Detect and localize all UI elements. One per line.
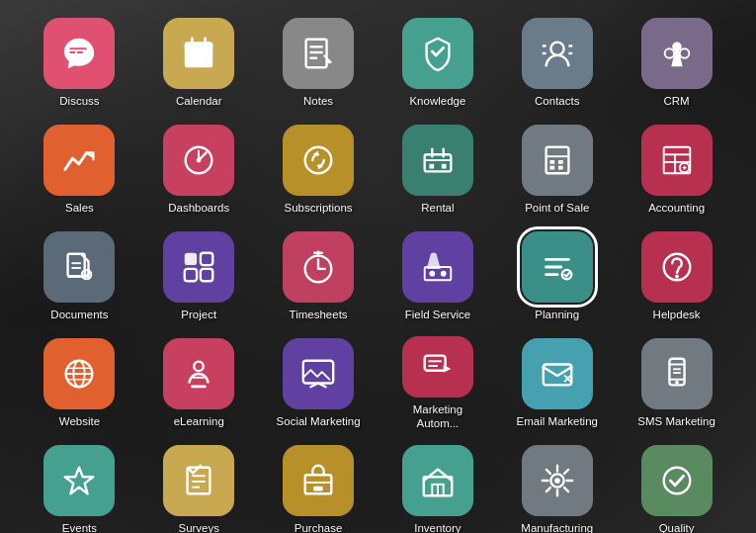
svg-marker-86 bbox=[65, 468, 94, 494]
app-icon-quality bbox=[641, 445, 713, 516]
app-icon-sms-marketing bbox=[641, 338, 713, 409]
app-item-knowledge[interactable]: Knowledge bbox=[378, 10, 498, 117]
svg-rect-26 bbox=[425, 154, 452, 171]
app-icon-calendar bbox=[163, 18, 234, 89]
svg-rect-51 bbox=[185, 269, 197, 281]
app-label-crm: CRM bbox=[663, 95, 689, 109]
app-item-point-of-sale[interactable]: Point of Sale bbox=[497, 117, 617, 223]
app-item-manufacturing[interactable]: Manufacturing bbox=[497, 437, 617, 533]
app-label-sales: Sales bbox=[65, 202, 94, 216]
app-label-contacts: Contacts bbox=[535, 95, 579, 109]
svg-rect-6 bbox=[204, 55, 209, 60]
app-item-contacts[interactable]: Contacts bbox=[497, 10, 617, 117]
app-label-project: Project bbox=[181, 309, 216, 322]
app-label-point-of-sale: Point of Sale bbox=[525, 202, 589, 216]
app-label-sms-marketing: SMS Marketing bbox=[637, 415, 715, 429]
app-label-surveys: Surveys bbox=[178, 522, 219, 533]
app-icon-email-marketing bbox=[522, 338, 593, 409]
app-item-quality[interactable]: Quality bbox=[617, 437, 736, 533]
app-item-subscriptions[interactable]: Subscriptions bbox=[259, 117, 378, 223]
app-item-social-marketing[interactable]: Social Marketing bbox=[259, 330, 378, 437]
app-item-project[interactable]: Project bbox=[139, 223, 259, 330]
app-icon-project bbox=[163, 231, 234, 303]
svg-rect-50 bbox=[201, 253, 212, 265]
app-item-email-marketing[interactable]: Email Marketing bbox=[497, 330, 617, 437]
svg-point-20 bbox=[664, 48, 674, 58]
app-item-inventory[interactable]: Inventory bbox=[378, 437, 498, 533]
app-icon-manufacturing bbox=[522, 445, 593, 516]
svg-rect-37 bbox=[558, 166, 563, 170]
app-item-sales[interactable]: Sales bbox=[20, 117, 139, 223]
svg-rect-73 bbox=[192, 385, 207, 388]
svg-point-60 bbox=[441, 271, 447, 277]
app-item-planning[interactable]: Planning bbox=[497, 223, 617, 330]
app-icon-sales bbox=[43, 125, 115, 196]
app-grid: DiscussCalendarNotesKnowledgeContactsCRM… bbox=[0, 0, 756, 533]
app-icon-discuss bbox=[43, 18, 115, 89]
app-item-rental[interactable]: Rental bbox=[378, 117, 498, 223]
app-icon-purchase bbox=[283, 445, 354, 516]
app-icon-website bbox=[43, 338, 115, 409]
app-item-field-service[interactable]: Field Service bbox=[378, 223, 498, 330]
app-item-calendar[interactable]: Calendar bbox=[139, 10, 259, 117]
svg-point-19 bbox=[679, 48, 689, 58]
app-item-website[interactable]: Website bbox=[20, 330, 139, 437]
app-label-timesheets: Timesheets bbox=[290, 309, 348, 322]
app-item-elearning[interactable]: eLearning bbox=[139, 330, 259, 437]
svg-rect-35 bbox=[558, 160, 563, 164]
svg-point-66 bbox=[675, 275, 679, 279]
app-label-dashboards: Dashboards bbox=[168, 202, 229, 216]
app-icon-inventory bbox=[402, 445, 473, 516]
app-item-discuss[interactable]: Discuss bbox=[20, 10, 139, 117]
app-item-purchase[interactable]: Purchase bbox=[259, 437, 378, 533]
app-item-notes[interactable]: Notes bbox=[259, 10, 378, 117]
app-item-crm[interactable]: CRM bbox=[617, 10, 736, 117]
svg-rect-4 bbox=[189, 55, 194, 60]
app-icon-dashboards bbox=[163, 125, 234, 196]
app-icon-rental bbox=[402, 125, 473, 196]
svg-rect-93 bbox=[313, 487, 323, 491]
app-label-planning: Planning bbox=[535, 309, 579, 322]
app-label-email-marketing: Email Marketing bbox=[517, 415, 598, 429]
app-label-notes: Notes bbox=[303, 95, 333, 109]
app-item-dashboards[interactable]: Dashboards bbox=[139, 117, 259, 223]
app-item-marketing-automation[interactable]: Marketing Autom... bbox=[378, 330, 498, 437]
svg-rect-32 bbox=[546, 147, 568, 174]
app-icon-contacts bbox=[522, 18, 593, 89]
svg-rect-30 bbox=[429, 164, 434, 169]
svg-rect-52 bbox=[201, 269, 212, 281]
app-icon-documents bbox=[43, 231, 115, 303]
svg-point-14 bbox=[550, 43, 563, 55]
app-item-sms-marketing[interactable]: SMS Marketing bbox=[617, 330, 736, 437]
app-item-surveys[interactable]: Surveys bbox=[139, 437, 259, 533]
app-item-accounting[interactable]: Accounting bbox=[617, 117, 736, 223]
app-label-subscriptions: Subscriptions bbox=[285, 202, 353, 216]
app-item-documents[interactable]: Documents bbox=[20, 223, 139, 330]
svg-point-83 bbox=[675, 381, 679, 385]
app-label-marketing-automation: Marketing Autom... bbox=[393, 403, 482, 431]
svg-rect-36 bbox=[549, 166, 554, 170]
app-label-manufacturing: Manufacturing bbox=[521, 522, 593, 533]
app-label-social-marketing: Social Marketing bbox=[277, 415, 361, 429]
app-label-elearning: eLearning bbox=[174, 415, 224, 429]
app-icon-notes bbox=[283, 18, 354, 89]
svg-rect-38 bbox=[663, 147, 690, 174]
app-item-helpdesk[interactable]: Helpdesk bbox=[617, 223, 736, 330]
svg-point-48 bbox=[82, 270, 92, 280]
app-label-calendar: Calendar bbox=[176, 95, 222, 109]
app-label-documents: Documents bbox=[50, 309, 108, 322]
svg-point-98 bbox=[554, 478, 560, 484]
app-icon-social-marketing bbox=[283, 338, 354, 409]
app-icon-timesheets bbox=[283, 231, 354, 303]
app-icon-knowledge bbox=[402, 18, 473, 89]
app-item-events[interactable]: Events bbox=[20, 437, 139, 533]
svg-rect-34 bbox=[549, 160, 554, 164]
app-icon-planning bbox=[522, 231, 593, 303]
svg-point-99 bbox=[663, 468, 690, 494]
svg-rect-5 bbox=[196, 55, 201, 60]
svg-rect-7 bbox=[189, 62, 194, 66]
svg-rect-49 bbox=[185, 253, 197, 265]
app-label-website: Website bbox=[59, 415, 100, 429]
app-item-timesheets[interactable]: Timesheets bbox=[259, 223, 378, 330]
app-icon-point-of-sale bbox=[522, 125, 593, 196]
